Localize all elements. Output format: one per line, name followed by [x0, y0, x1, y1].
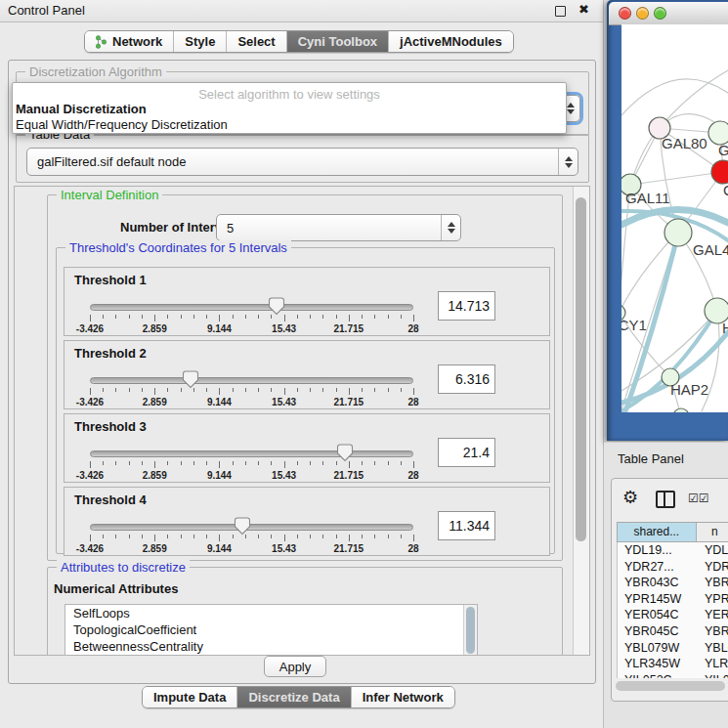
threshold-value-field[interactable]: 21.4: [438, 438, 495, 467]
tab-infer-network[interactable]: Infer Network: [351, 687, 454, 707]
network-node[interactable]: [673, 408, 689, 412]
tick-label: -3.426: [76, 470, 104, 481]
table-panel-title: Table Panel: [618, 451, 684, 466]
column-header-shared[interactable]: shared...: [618, 523, 697, 541]
tick-label: 28: [407, 397, 418, 407]
table-row[interactable]: YDL19...YDL1: [618, 542, 728, 559]
network-window-titlebar: [609, 2, 728, 25]
table-row[interactable]: YER054CYER0: [618, 607, 728, 623]
tick-mark: [322, 461, 323, 465]
tab-select[interactable]: Select: [226, 31, 285, 52]
mac-minimize-button[interactable]: [636, 7, 649, 20]
tab-discretize-data[interactable]: Discretize Data: [236, 687, 350, 707]
threshold-value-field[interactable]: 11.344: [438, 511, 495, 540]
mac-close-button[interactable]: [619, 7, 631, 20]
threshold-value-field[interactable]: 6.316: [438, 364, 495, 394]
tick-mark: [388, 315, 389, 319]
scrollbar-thumb[interactable]: [576, 197, 586, 541]
list-item[interactable]: TopologicalCoefficient: [65, 621, 477, 638]
gear-icon[interactable]: ⚙: [622, 487, 638, 507]
tick-mark: [271, 535, 272, 538]
slider-thumb[interactable]: [182, 370, 199, 389]
tick-mark: [374, 535, 375, 538]
list-item[interactable]: SelfLoops: [65, 605, 477, 621]
tick-mark: [322, 535, 323, 538]
table-row[interactable]: YIL052CYIL0: [618, 672, 728, 678]
threshold-slider[interactable]: -3.4262.8599.14415.4321.71528: [90, 444, 413, 481]
list-item[interactable]: BetweennessCentrality: [65, 638, 477, 655]
float-window-icon[interactable]: [555, 6, 566, 17]
tab-network[interactable]: Network: [85, 31, 173, 52]
cell-shared-name: YLR345W: [618, 656, 698, 672]
network-edge[interactable]: [630, 172, 723, 185]
tick-mark: [388, 535, 389, 538]
tick-label: 2.859: [143, 470, 167, 481]
checkbox-columns-icon[interactable]: ☑☑: [688, 492, 709, 505]
tick-mark: [103, 315, 104, 319]
split-view-icon[interactable]: [656, 491, 675, 508]
cell-shared-name: YIL052C: [618, 672, 698, 678]
tick-mark: [90, 315, 91, 321]
dropdown-option-manual-discretization[interactable]: Manual Discretization: [16, 102, 147, 116]
tick-mark: [115, 388, 116, 392]
tick-mark: [90, 535, 91, 541]
cell-name: YBR0: [698, 623, 728, 640]
network-node[interactable]: [664, 219, 692, 246]
numerical-attributes-list[interactable]: SelfLoopsTopologicalCoefficientBetweenne…: [64, 604, 478, 656]
table-row[interactable]: YLR345WYLR3: [618, 656, 728, 672]
column-header-name[interactable]: n: [697, 523, 728, 541]
network-canvas[interactable]: GAL80GCGAL11GAL4GCY1HHAP2: [621, 24, 728, 412]
scrollbar-thumb[interactable]: [466, 607, 475, 654]
tick-mark: [297, 315, 298, 319]
right-column: GAL80GCGAL11GAL4GCY1HHAP2 Table Panel ⚙ …: [604, 0, 728, 728]
tick-mark: [401, 461, 402, 465]
num-intervals-combobox[interactable]: 5: [216, 214, 461, 241]
attributes-scrollbar[interactable]: [463, 605, 477, 656]
close-icon[interactable]: ✖: [578, 2, 589, 17]
threshold-value-field[interactable]: 14.713: [438, 291, 495, 321]
tick-mark: [336, 535, 337, 538]
table-hscrollbar[interactable]: [616, 680, 728, 692]
threshold-slider[interactable]: -3.4262.8599.14415.4321.71528: [90, 297, 413, 334]
tick-mark: [181, 315, 182, 319]
bottom-tab-bar: Impute DataDiscretize DataInfer Network: [142, 686, 455, 708]
tab-jactivemnodules[interactable]: jActiveMNodules: [388, 31, 513, 52]
mac-zoom-button[interactable]: [654, 7, 666, 20]
tick-mark: [219, 461, 220, 468]
tick-mark: [310, 461, 311, 465]
tick-mark: [374, 315, 375, 319]
table-row[interactable]: YPR145WYPR1: [618, 591, 728, 608]
threshold-label: Threshold 1: [74, 273, 147, 287]
scrollbar-thumb[interactable]: [616, 681, 725, 691]
table-row[interactable]: YDR27...YDR2: [618, 559, 728, 576]
table-data-combobox[interactable]: galFiltered.sif default node: [26, 148, 578, 176]
tick-mark: [349, 535, 350, 541]
cyni-settings-panel: Discretization Algorithm Table Data galF…: [8, 60, 596, 684]
settings-scrollbar[interactable]: [573, 187, 589, 655]
tick-label: 28: [407, 323, 418, 334]
network-node[interactable]: [711, 160, 728, 184]
tick-mark: [103, 535, 104, 538]
table-row[interactable]: YBR045CYBR0: [618, 623, 728, 640]
slider-track: [90, 304, 413, 311]
tick-mark: [167, 315, 168, 319]
cell-shared-name: YPR145W: [618, 591, 698, 608]
tab-impute-data[interactable]: Impute Data: [143, 687, 236, 707]
slider-tick-labels: -3.4262.8599.14415.4321.71528: [90, 397, 413, 407]
dropdown-option-equal-width-frequency[interactable]: Equal Width/Frequency Discretization: [16, 117, 228, 132]
apply-button[interactable]: Apply: [264, 656, 326, 677]
threshold-slider[interactable]: -3.4262.8599.14415.4321.71528: [90, 370, 413, 407]
node-label: HAP2: [670, 381, 708, 398]
tick-mark: [413, 535, 414, 541]
table-row[interactable]: YBL079WYBL0: [618, 640, 728, 657]
tick-label: 28: [407, 470, 418, 481]
slider-thumb[interactable]: [268, 297, 285, 316]
tick-mark: [129, 535, 130, 538]
tab-cyni-toolbox[interactable]: Cyni Toolbox: [286, 31, 388, 52]
slider-thumb[interactable]: [234, 517, 251, 535]
tab-style[interactable]: Style: [173, 31, 226, 52]
slider-thumb[interactable]: [336, 444, 354, 462]
network-edge[interactable]: [621, 79, 728, 115]
threshold-slider[interactable]: -3.4262.8599.14415.4321.71528: [90, 517, 413, 554]
table-row[interactable]: YBR043CYBR0: [618, 575, 728, 591]
